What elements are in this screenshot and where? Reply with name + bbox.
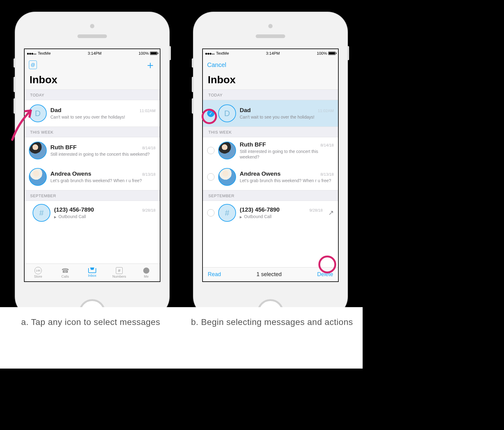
- front-camera-icon: [268, 24, 273, 28]
- clock-label: 3:14PM: [88, 51, 101, 56]
- avatar-photo[interactable]: [29, 168, 47, 186]
- mute-switch-icon: [14, 58, 15, 68]
- conversation-title: Andrea Owens: [240, 170, 281, 177]
- mute-switch-icon: [192, 58, 194, 68]
- share-icon[interactable]: ↗: [328, 209, 334, 217]
- earpiece-icon: [77, 34, 107, 38]
- avatar-photo[interactable]: [29, 142, 47, 159]
- volume-down-icon: [192, 98, 194, 114]
- section-header-september: SEPTEMBER: [203, 190, 338, 201]
- conversation-title: Ruth BFF: [50, 144, 77, 151]
- conversation-title: Dad: [50, 107, 61, 114]
- conversation-preview: Let's grab brunch this weekend? When r u…: [50, 178, 156, 183]
- tab-inbox[interactable]: Inbox: [79, 264, 106, 281]
- inbox-content: Inbox TODAY ✓ D Dad 11:02AM Can't wait t…: [203, 72, 338, 281]
- conversation-time: 8/13/18: [321, 172, 334, 177]
- conversation-time: 9/28/18: [142, 208, 156, 213]
- screen-a: TextMe 3:14PM 100% @ ＋ Inbox TODAY D: [24, 49, 160, 282]
- conversation-preview: ▶Outbound Call: [240, 214, 323, 219]
- section-header-today: TODAY: [203, 89, 338, 100]
- conversation-preview: ▶Outbound Call: [54, 214, 156, 219]
- status-bar: TextMe 3:14PM 100%: [203, 49, 338, 57]
- avatar-photo[interactable]: [218, 142, 236, 159]
- tab-calls[interactable]: Calls: [52, 264, 79, 281]
- carrier-label: TextMe: [38, 51, 51, 56]
- power-button-icon: [169, 46, 171, 60]
- conversation-title: Ruth BFF: [240, 141, 266, 148]
- tab-label: Numbers: [112, 275, 126, 278]
- tab-label: Me: [144, 275, 148, 278]
- selection-circle[interactable]: [207, 173, 215, 181]
- front-camera-icon: [90, 24, 94, 28]
- phone-frame-a: TextMe 3:14PM 100% @ ＋ Inbox TODAY D: [15, 12, 169, 316]
- conversation-row-number[interactable]: # (123) 456-7890 9/28/18 ▶Outbound Call: [25, 201, 160, 240]
- conversation-preview: Let's grab brunch this weekend? When r u…: [240, 178, 334, 183]
- section-header-thisweek: THIS WEEK: [25, 127, 160, 137]
- clock-label: 3:14PM: [266, 51, 280, 56]
- avatar-photo[interactable]: [218, 168, 236, 186]
- conversation-preview: Can't wait to see you over the holidays!: [240, 114, 334, 120]
- selection-action-bar: Read 1 selected Delete: [203, 267, 338, 281]
- caption-strip: a. Tap any icon to select messages b. Be…: [0, 307, 363, 369]
- inbox-icon: [88, 268, 96, 273]
- calls-icon: [61, 267, 69, 274]
- cancel-button[interactable]: Cancel: [207, 61, 226, 68]
- store-icon: [34, 267, 42, 274]
- tab-label: Inbox: [88, 274, 96, 277]
- contacts-icon[interactable]: @: [29, 61, 37, 69]
- conversation-preview: Still interested in going to the concert…: [50, 151, 156, 157]
- inbox-content: Inbox TODAY D Dad 11:02AM Can't wait to …: [25, 72, 160, 281]
- avatar-letter[interactable]: D: [218, 104, 236, 122]
- page-title: Inbox: [203, 72, 338, 89]
- volume-down-icon: [14, 98, 15, 114]
- figure-stage: TextMe 3:14PM 100% @ ＋ Inbox TODAY D: [0, 0, 363, 307]
- signal-strength-icon: [205, 51, 215, 56]
- carrier-label: TextMe: [216, 51, 229, 56]
- conversation-time: 11:02AM: [140, 108, 156, 113]
- battery-percent: 100%: [139, 51, 149, 56]
- delete-button[interactable]: Delete: [317, 271, 333, 278]
- conversation-row-dad[interactable]: ✓ D Dad 11:02AM Can't wait to see you ov…: [203, 100, 338, 127]
- section-header-thisweek: THIS WEEK: [203, 127, 338, 137]
- conversation-time: 8/14/18: [321, 143, 334, 147]
- selection-circle[interactable]: [207, 209, 215, 217]
- volume-up-icon: [192, 77, 194, 92]
- phone-frame-b: TextMe 3:14PM 100% Cancel Inbox TODAY ✓: [194, 12, 347, 316]
- tab-me[interactable]: Me: [133, 264, 160, 281]
- conversation-time: 8/14/18: [142, 146, 156, 150]
- page-title: Inbox: [25, 72, 160, 89]
- caption-a: a. Tap any icon to select messages: [0, 307, 181, 369]
- caption-b: b. Begin selecting messages and actions: [181, 307, 363, 369]
- section-header-september: SEPTEMBER: [25, 190, 160, 201]
- battery-icon: [328, 52, 336, 55]
- conversation-row-ruth[interactable]: Ruth BFF 8/14/18 Still interested in goi…: [203, 137, 338, 164]
- conversation-preview: Can't wait to see you over the holidays!: [50, 114, 156, 120]
- conversation-row-dad[interactable]: D Dad 11:02AM Can't wait to see you over…: [25, 100, 160, 127]
- selection-count: 1 selected: [256, 271, 282, 278]
- conversation-row-andrea[interactable]: Andrea Owens 8/13/18 Let's grab brunch t…: [203, 164, 338, 190]
- avatar-hash[interactable]: #: [33, 204, 50, 222]
- earpiece-icon: [256, 34, 285, 38]
- avatar-hash[interactable]: #: [218, 204, 236, 222]
- signal-strength-icon: [27, 51, 37, 56]
- tab-numbers[interactable]: Numbers: [106, 264, 133, 281]
- conversation-row-ruth[interactable]: Ruth BFF 8/14/18 Still interested in goi…: [25, 137, 160, 164]
- compose-button[interactable]: ＋: [145, 60, 156, 70]
- selection-circle-checked[interactable]: ✓: [207, 110, 215, 117]
- selection-circle[interactable]: [207, 147, 215, 154]
- volume-up-icon: [14, 77, 15, 92]
- tab-store[interactable]: Store: [25, 264, 52, 281]
- nav-bar: Cancel: [203, 57, 338, 72]
- battery-percent: 100%: [317, 51, 327, 56]
- me-icon: [142, 267, 150, 274]
- tab-label: Store: [34, 275, 42, 278]
- conversation-row-number[interactable]: # (123) 456-7890 9/28/18 ▶Outbound Call …: [203, 201, 338, 237]
- status-bar: TextMe 3:14PM 100%: [25, 49, 160, 57]
- mark-read-button[interactable]: Read: [208, 271, 221, 278]
- outbound-icon: ▶: [240, 215, 242, 219]
- conversation-row-andrea[interactable]: Andrea Owens 8/13/18 Let's grab brunch t…: [25, 164, 160, 190]
- conversation-title: (123) 456-7890: [240, 206, 280, 213]
- numbers-icon: [115, 267, 123, 274]
- battery-icon: [150, 52, 157, 55]
- avatar-letter[interactable]: D: [29, 104, 47, 122]
